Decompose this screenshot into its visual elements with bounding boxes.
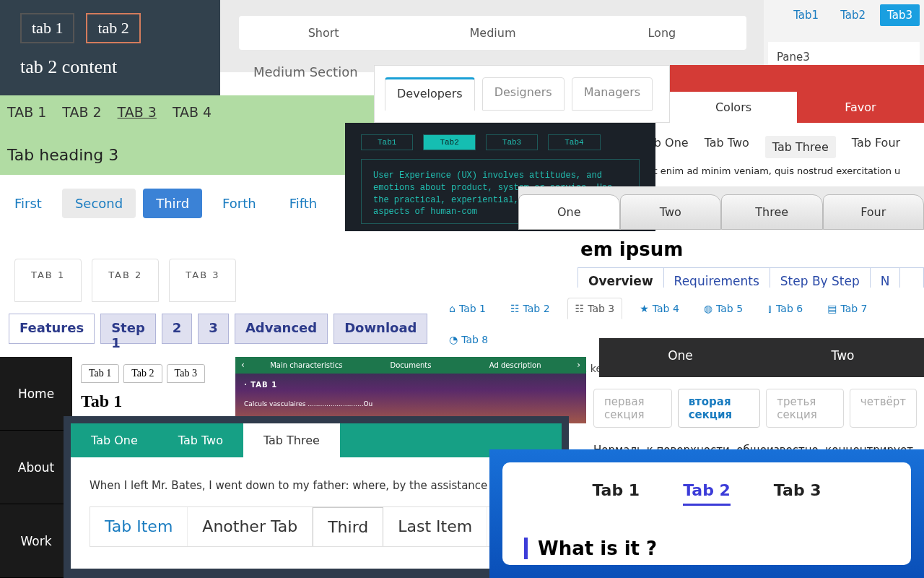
panel-dark-tabs: tab 1 tab 2 tab 2 content — [0, 0, 220, 98]
tab-documents[interactable]: Documents — [359, 361, 463, 369]
chevron-left-icon[interactable]: ‹ — [241, 360, 245, 370]
tab-section-4[interactable]: четвёрт — [850, 389, 917, 428]
tab-1[interactable]: TAB 1 — [7, 104, 46, 120]
tab-four[interactable]: Four — [823, 194, 925, 230]
tab-3[interactable]: Tab 3 — [774, 481, 821, 506]
globe-icon: ◍ — [704, 303, 712, 314]
tab-download[interactable]: Download — [334, 314, 427, 344]
tab-3[interactable]: Tab3 — [880, 4, 920, 26]
tab-7[interactable]: ▤Tab 7 — [820, 298, 874, 319]
panel-short-medium-long: Short Medium Long Medium Section — [220, 0, 765, 72]
sidebar-item-about[interactable]: About — [0, 431, 72, 504]
panel-blue-card: Tab 1 Tab 2 Tab 3 What is it ? — [489, 449, 924, 578]
tab-2[interactable]: Tab2 — [833, 4, 873, 26]
panel-curved-tabs: One Two Three Four — [518, 186, 924, 230]
tab-1[interactable]: TAB 1 — [14, 259, 82, 302]
tab-8[interactable]: ◔Tab 8 — [442, 329, 495, 350]
sidebar: Home About Work — [0, 357, 72, 578]
tab-section-3[interactable]: третья секция — [766, 389, 844, 428]
tab-long[interactable]: Long — [578, 16, 746, 50]
tab-section-1[interactable]: первая секция — [593, 389, 672, 428]
tab-6[interactable]: ⫿Tab 6 — [760, 298, 810, 319]
tab-main[interactable]: Main characteristics — [254, 361, 359, 369]
description: Ut enim ad minim veniam, quis nostrud ex… — [647, 165, 910, 176]
tab-1[interactable]: Tab1 — [361, 134, 413, 150]
tab-favor[interactable]: Favor — [797, 92, 924, 123]
tab-1[interactable]: tab 1 — [20, 13, 74, 43]
tab-four[interactable]: Tab Four — [852, 136, 900, 158]
tab-first[interactable]: First — [1, 189, 55, 218]
tab-designers[interactable]: Designers — [482, 77, 565, 111]
tab-1[interactable]: Tab 1 — [592, 481, 640, 506]
tab-two[interactable]: Tab Two — [158, 423, 243, 457]
tab-one[interactable]: One — [599, 338, 762, 377]
tab-4[interactable]: ★Tab 4 — [632, 298, 687, 319]
chevron-right-icon[interactable]: › — [577, 360, 580, 370]
inner-tab-last[interactable]: Last Item — [383, 507, 487, 546]
tab-2[interactable]: 2 — [162, 314, 193, 344]
tab-content: tab 2 content — [20, 56, 200, 78]
panel-first-sixth: First Second Third Forth Fifth Sixth — [0, 178, 346, 228]
panel-russian-tabs: первая секция вторая секция третья секци… — [586, 381, 924, 454]
tab-2[interactable]: Tab 2 — [683, 481, 731, 506]
tab-forth[interactable]: Forth — [209, 189, 269, 218]
tab-1[interactable]: ⌂Tab 1 — [442, 298, 493, 319]
heading: What is it ? — [524, 538, 889, 559]
tab-two[interactable]: Two — [762, 338, 924, 377]
tab-1[interactable]: Tab 1 — [81, 364, 119, 383]
tab-two[interactable]: Tab Two — [705, 136, 749, 158]
chart-icon: ⫿ — [767, 303, 772, 314]
tab-2[interactable]: TAB 2 — [92, 259, 159, 302]
home-icon: ⌂ — [449, 303, 456, 314]
line-item: Calculs vasculaires ....................… — [235, 396, 586, 412]
tab-medium[interactable]: Medium — [408, 16, 577, 50]
sub-heading: · TAB 1 — [235, 374, 586, 396]
tab-features[interactable]: Features — [9, 314, 95, 344]
tab-colors[interactable]: Colors — [670, 92, 797, 123]
circle-icon: ◔ — [449, 334, 458, 345]
tab-advanced[interactable]: Advanced — [235, 314, 328, 344]
tab-developers[interactable]: Developers — [385, 77, 475, 111]
tab-3[interactable]: ☷Tab 3 — [567, 298, 623, 319]
tab-2[interactable]: TAB 2 — [62, 104, 101, 120]
tab-5[interactable]: ◍Tab 5 — [697, 298, 750, 319]
inner-tab-item[interactable]: Tab Item — [90, 507, 188, 546]
inner-tab-third[interactable]: Third — [313, 507, 383, 546]
tab-one[interactable]: Tab One — [71, 423, 158, 457]
tab-2[interactable]: Tab 2 — [123, 364, 162, 383]
inner-tab-another[interactable]: Another Tab — [188, 507, 313, 546]
tab-3[interactable]: TAB 3 — [118, 104, 157, 120]
star-icon: ★ — [640, 303, 649, 314]
tab-managers[interactable]: Managers — [572, 77, 653, 111]
tab-step1[interactable]: Step 1 — [100, 314, 156, 344]
tab-3[interactable]: Tab 3 — [167, 364, 205, 383]
calendar-icon: ☷ — [575, 303, 585, 314]
sidebar-item-home[interactable]: Home — [0, 357, 72, 431]
tab-3[interactable]: 3 — [198, 314, 229, 344]
tab-second[interactable]: Second — [62, 189, 136, 218]
tab-2[interactable]: ☷Tab 2 — [503, 298, 557, 319]
tab-fifth[interactable]: Fifth — [276, 189, 331, 218]
heading: Tab 1 — [81, 392, 225, 411]
tab-3[interactable]: TAB 3 — [169, 259, 236, 302]
tab-1[interactable]: Tab1 — [786, 4, 826, 26]
tab-ad-desc[interactable]: Ad description — [463, 361, 567, 369]
sidebar-item-work[interactable]: Work — [0, 504, 72, 578]
tab-three[interactable]: Tab Three — [765, 136, 836, 158]
tab-short[interactable]: Short — [239, 16, 408, 50]
tab-one[interactable]: One — [518, 194, 620, 230]
tab-two[interactable]: Two — [620, 194, 722, 230]
tab-4[interactable]: TAB 4 — [173, 104, 212, 120]
tab-three[interactable]: Three — [721, 194, 823, 230]
tab-three[interactable]: Tab Three — [243, 423, 340, 457]
tab-section-2[interactable]: вторая секция — [678, 389, 761, 428]
panel-overview: em ipsum Overview Requirements Step By S… — [573, 231, 924, 288]
tab-4[interactable]: Tab4 — [548, 134, 600, 150]
panel-one-two-dark: One Two — [599, 338, 924, 377]
tab-2[interactable]: Tab2 — [423, 134, 475, 150]
panel-red-colors: Colors Favor — [670, 65, 924, 123]
tab-third[interactable]: Third — [143, 189, 202, 218]
tab-3[interactable]: Tab3 — [486, 134, 538, 150]
panel-tab-one-four: ab One Tab Two Tab Three Tab Four Ut eni… — [632, 123, 924, 181]
tab-2[interactable]: tab 2 — [86, 13, 140, 43]
